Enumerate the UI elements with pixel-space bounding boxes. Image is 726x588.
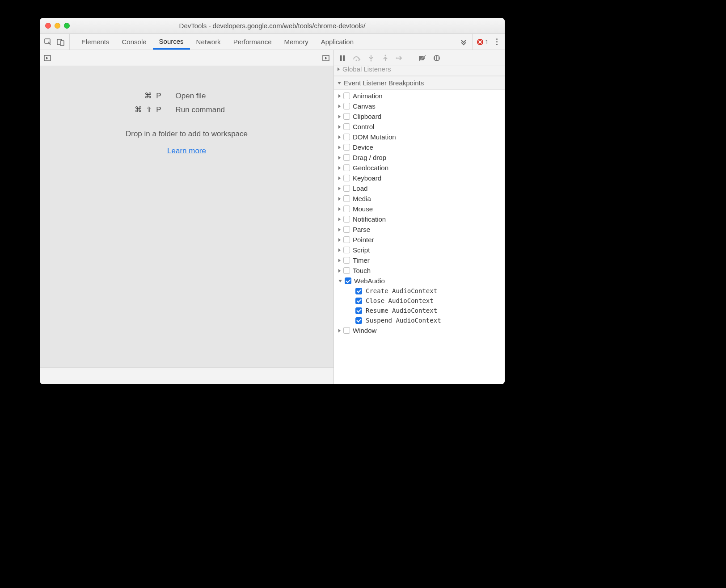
device-toolbar-icon[interactable]	[57, 38, 65, 46]
category-label: Touch	[353, 267, 371, 274]
settings-menu-button[interactable]	[493, 38, 500, 45]
category-label: Media	[353, 195, 371, 202]
breakpoint-category[interactable]: Geolocation	[334, 163, 505, 173]
breakpoint-category[interactable]: Notification	[334, 214, 505, 224]
category-checkbox[interactable]	[343, 195, 350, 202]
breakpoint-category[interactable]: Animation	[334, 91, 505, 101]
breakpoint-category[interactable]: Window	[334, 325, 505, 336]
section-global-listeners[interactable]: Global Listeners	[334, 66, 505, 76]
breakpoint-category[interactable]: Clipboard	[334, 111, 505, 122]
category-checkbox[interactable]	[343, 185, 350, 192]
sub-checkbox[interactable]	[355, 307, 362, 314]
devtools-tabstrip: ElementsConsoleSourcesNetworkPerformance…	[40, 34, 505, 50]
pause-icon[interactable]	[338, 54, 346, 62]
category-label: Drag / drop	[353, 154, 386, 161]
tab-elements[interactable]: Elements	[75, 34, 116, 50]
category-checkbox[interactable]	[343, 216, 350, 223]
chevron-right-icon	[338, 115, 341, 118]
svg-rect-6	[343, 55, 345, 61]
breakpoint-category[interactable]: Media	[334, 193, 505, 204]
step-over-icon[interactable]	[353, 54, 361, 62]
category-checkbox[interactable]	[343, 154, 350, 161]
category-label: Load	[353, 185, 367, 192]
category-checkbox[interactable]	[343, 113, 350, 120]
step-out-icon[interactable]	[381, 54, 389, 62]
breakpoint-category[interactable]: Keyboard	[334, 173, 505, 183]
svg-point-13	[434, 55, 440, 61]
category-checkbox[interactable]	[343, 206, 350, 212]
sub-checkbox[interactable]	[355, 317, 362, 324]
breakpoint-sub-item[interactable]: Suspend AudioContext	[334, 315, 505, 325]
breakpoint-category[interactable]: Script	[334, 245, 505, 255]
breakpoint-category[interactable]: Parse	[334, 224, 505, 235]
breakpoint-category[interactable]: Drag / drop	[334, 152, 505, 163]
chevron-right-icon	[338, 94, 341, 98]
minimize-window-button[interactable]	[55, 23, 60, 29]
breakpoint-category[interactable]: Timer	[334, 255, 505, 265]
category-checkbox[interactable]	[343, 327, 350, 334]
breakpoint-category[interactable]: Device	[334, 142, 505, 152]
devtools-window: DevTools - developers.google.com/web/too…	[40, 18, 505, 384]
category-checkbox[interactable]	[343, 144, 350, 151]
category-checkbox[interactable]	[343, 92, 350, 99]
category-checkbox[interactable]	[343, 164, 350, 171]
tab-network[interactable]: Network	[190, 34, 227, 50]
sub-label: Resume AudioContext	[366, 307, 437, 314]
category-checkbox[interactable]	[343, 267, 350, 274]
chevron-right-icon	[338, 269, 341, 273]
category-label: Parse	[353, 226, 370, 233]
pause-on-exceptions-icon[interactable]	[433, 54, 441, 62]
chevron-right-icon	[338, 238, 341, 242]
breakpoint-category[interactable]: DOM Mutation	[334, 132, 505, 142]
category-checkbox[interactable]	[343, 103, 350, 109]
breakpoint-sub-item[interactable]: Resume AudioContext	[334, 306, 505, 315]
tab-sources[interactable]: Sources	[153, 34, 190, 50]
breakpoint-sub-item[interactable]: Create AudioContext	[334, 286, 505, 296]
drop-folder-hint: Drop in a folder to add to workspace	[126, 130, 248, 139]
category-checkbox[interactable]	[343, 175, 350, 181]
category-checkbox[interactable]	[343, 236, 350, 243]
sources-pane: ⌘ P Open file ⌘ ⇧ P Run command Drop in …	[40, 50, 334, 384]
window-title: DevTools - developers.google.com/web/too…	[40, 22, 505, 29]
category-checkbox[interactable]	[343, 134, 350, 140]
tab-performance[interactable]: Performance	[227, 34, 278, 50]
more-tabs-icon[interactable]	[460, 38, 468, 46]
breakpoint-category[interactable]: WebAudio	[334, 276, 505, 286]
tab-memory[interactable]: Memory	[278, 34, 315, 50]
step-into-icon[interactable]	[367, 54, 375, 62]
category-checkbox[interactable]	[343, 247, 350, 253]
category-checkbox[interactable]	[343, 257, 350, 264]
category-label: Control	[353, 123, 374, 130]
category-checkbox[interactable]	[343, 123, 350, 130]
chevron-right-icon	[338, 207, 341, 211]
breakpoint-category[interactable]: Touch	[334, 265, 505, 276]
breakpoint-sub-item[interactable]: Close AudioContext	[334, 296, 505, 306]
inspect-element-icon[interactable]	[44, 38, 52, 46]
sub-checkbox[interactable]	[355, 298, 362, 304]
section-event-listener-breakpoints[interactable]: Event Listener Breakpoints	[334, 76, 505, 90]
breakpoint-category[interactable]: Mouse	[334, 204, 505, 214]
category-checkbox[interactable]	[343, 226, 350, 233]
chevron-right-icon	[338, 329, 341, 332]
tab-application[interactable]: Application	[315, 34, 360, 50]
sources-bottom-strip	[40, 367, 333, 384]
category-checkbox[interactable]	[345, 277, 351, 284]
breakpoint-category[interactable]: Load	[334, 183, 505, 193]
step-icon[interactable]	[396, 54, 404, 62]
breakpoint-category[interactable]: Control	[334, 122, 505, 132]
breakpoint-category[interactable]: Pointer	[334, 235, 505, 245]
svg-point-8	[371, 60, 372, 61]
svg-point-7	[356, 59, 357, 61]
learn-more-link[interactable]: Learn more	[167, 147, 206, 155]
zoom-window-button[interactable]	[64, 23, 70, 29]
close-window-button[interactable]	[45, 23, 51, 29]
sub-label: Suspend AudioContext	[366, 317, 441, 324]
sub-checkbox[interactable]	[355, 288, 362, 294]
tab-console[interactable]: Console	[116, 34, 153, 50]
run-command-label: Run command	[176, 105, 265, 114]
show-navigator-icon[interactable]	[43, 54, 51, 62]
breakpoint-category[interactable]: Canvas	[334, 101, 505, 111]
error-count-badge[interactable]: 1	[472, 34, 489, 50]
deactivate-breakpoints-icon[interactable]	[418, 54, 426, 62]
show-debugger-icon[interactable]	[322, 54, 330, 62]
